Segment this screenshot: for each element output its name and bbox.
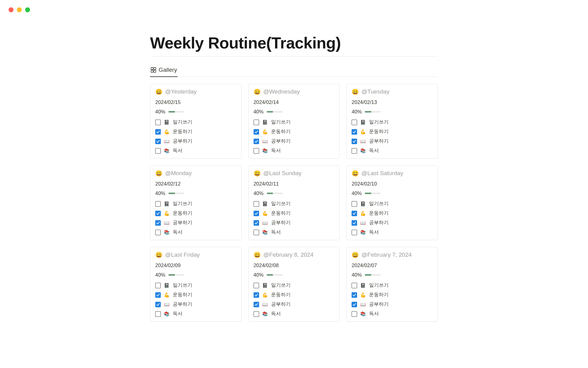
task-emoji: 💪 — [164, 292, 170, 298]
task-row: 💪운동하기 — [352, 210, 433, 217]
task-row: 📖공부하기 — [352, 301, 433, 308]
task-emoji: 📚 — [164, 230, 170, 235]
task-checkbox[interactable] — [352, 129, 357, 135]
task-checkbox[interactable] — [155, 311, 161, 317]
task-row: 📓일기쓰기 — [254, 282, 335, 289]
task-list: 📓일기쓰기💪운동하기📖공부하기📚독서 — [352, 119, 433, 154]
card-title-text: @February 7, 2024 — [361, 251, 412, 258]
task-checkbox[interactable] — [352, 139, 357, 144]
gallery-card[interactable]: 😀@Yesterday2024/02/1540%📓일기쓰기💪운동하기📖공부하기📚… — [150, 84, 242, 159]
task-emoji: 📓 — [262, 201, 268, 207]
task-checkbox[interactable] — [352, 230, 357, 235]
progress-bar — [365, 274, 381, 276]
task-row: 📚독서 — [155, 311, 236, 317]
task-checkbox[interactable] — [254, 120, 259, 125]
task-list: 📓일기쓰기💪운동하기📖공부하기📚독서 — [155, 282, 236, 317]
task-checkbox[interactable] — [155, 220, 161, 226]
task-checkbox[interactable] — [254, 211, 259, 216]
task-checkbox[interactable] — [352, 292, 357, 298]
task-emoji: 📓 — [164, 201, 170, 207]
task-checkbox[interactable] — [352, 201, 357, 207]
task-text: 독서 — [369, 229, 379, 236]
task-checkbox[interactable] — [254, 311, 259, 317]
task-emoji: 📓 — [164, 283, 170, 288]
task-checkbox[interactable] — [352, 120, 357, 125]
task-emoji: 📚 — [164, 311, 170, 317]
task-row: 📚독서 — [352, 311, 433, 317]
tab-gallery[interactable]: Gallery — [150, 64, 178, 77]
task-emoji: 📚 — [262, 148, 268, 154]
progress-fill — [267, 193, 273, 194]
task-checkbox[interactable] — [155, 120, 161, 125]
progress-fill — [267, 274, 273, 276]
task-checkbox[interactable] — [155, 292, 161, 298]
minimize-window-button[interactable] — [17, 7, 22, 12]
gallery-card[interactable]: 😀@Last Friday2024/02/0940%📓일기쓰기💪운동하기📖공부하… — [150, 247, 242, 322]
task-checkbox[interactable] — [155, 139, 161, 144]
task-checkbox[interactable] — [254, 230, 259, 235]
task-checkbox[interactable] — [155, 230, 161, 235]
task-checkbox[interactable] — [352, 148, 357, 154]
task-row: 💪운동하기 — [254, 292, 335, 298]
progress-bar — [267, 193, 283, 194]
card-title-text: @Wednesday — [263, 88, 300, 95]
task-checkbox[interactable] — [254, 139, 259, 144]
task-checkbox[interactable] — [155, 148, 161, 154]
task-emoji: 📖 — [164, 220, 170, 226]
task-checkbox[interactable] — [254, 220, 259, 226]
task-checkbox[interactable] — [352, 283, 357, 288]
task-checkbox[interactable] — [254, 283, 259, 288]
progress-percent: 40% — [254, 109, 264, 115]
task-text: 일기쓰기 — [369, 119, 389, 125]
gallery-card[interactable]: 😀@Last Saturday2024/02/1040%📓일기쓰기💪운동하기📖공… — [346, 165, 438, 240]
gallery-card[interactable]: 😀@February 8, 20242024/02/0840%📓일기쓰기💪운동하… — [248, 247, 340, 322]
task-checkbox[interactable] — [254, 148, 259, 154]
task-list: 📓일기쓰기💪운동하기📖공부하기📚독서 — [352, 201, 433, 236]
close-window-button[interactable] — [9, 7, 13, 12]
gallery-icon — [151, 67, 156, 73]
task-checkbox[interactable] — [352, 211, 357, 216]
task-checkbox[interactable] — [352, 311, 357, 317]
progress-fill — [365, 274, 371, 276]
task-list: 📓일기쓰기💪운동하기📖공부하기📚독서 — [155, 201, 236, 236]
task-checkbox[interactable] — [352, 302, 357, 307]
task-text: 운동하기 — [173, 210, 192, 217]
gallery-card[interactable]: 😀@February 7, 20242024/02/0740%📓일기쓰기💪운동하… — [346, 247, 438, 322]
task-checkbox[interactable] — [155, 283, 161, 288]
maximize-window-button[interactable] — [25, 7, 30, 12]
task-checkbox[interactable] — [254, 292, 259, 298]
card-date: 2024/02/07 — [352, 263, 433, 268]
task-checkbox[interactable] — [155, 201, 161, 207]
gallery-card[interactable]: 😀@Wednesday2024/02/1440%📓일기쓰기💪운동하기📖공부하기📚… — [248, 84, 340, 159]
task-row: 📖공부하기 — [254, 138, 335, 144]
task-emoji: 💪 — [164, 211, 170, 216]
gallery-card[interactable]: 😀@Last Sunday2024/02/1140%📓일기쓰기💪운동하기📖공부하… — [248, 165, 340, 240]
task-checkbox[interactable] — [254, 129, 259, 135]
task-row: 💪운동하기 — [352, 128, 433, 135]
task-text: 일기쓰기 — [369, 282, 389, 289]
card-date: 2024/02/08 — [254, 263, 335, 268]
task-emoji: 📚 — [262, 311, 268, 317]
task-checkbox[interactable] — [155, 211, 161, 216]
task-emoji: 📓 — [262, 283, 268, 288]
task-text: 독서 — [271, 311, 281, 317]
task-checkbox[interactable] — [155, 129, 161, 135]
progress-percent: 40% — [254, 272, 264, 278]
svg-rect-2 — [151, 70, 153, 72]
gallery-card[interactable]: 😀@Tuesday2024/02/1340%📓일기쓰기💪운동하기📖공부하기📚독서 — [346, 84, 438, 159]
task-checkbox[interactable] — [352, 220, 357, 226]
task-text: 일기쓰기 — [271, 201, 291, 207]
task-emoji: 💪 — [360, 211, 366, 216]
task-row: 💪운동하기 — [155, 128, 236, 135]
task-checkbox[interactable] — [254, 302, 259, 307]
task-checkbox[interactable] — [155, 302, 161, 307]
task-emoji: 💪 — [360, 129, 366, 135]
task-emoji: 📖 — [164, 302, 170, 307]
gallery-card[interactable]: 😀@Monday2024/02/1240%📓일기쓰기💪운동하기📖공부하기📚독서 — [150, 165, 242, 240]
progress-bar — [267, 111, 283, 113]
task-emoji: 📓 — [360, 120, 366, 125]
task-checkbox[interactable] — [254, 201, 259, 207]
progress-row: 40% — [352, 272, 433, 278]
progress-bar — [365, 193, 381, 194]
task-text: 운동하기 — [369, 292, 389, 298]
